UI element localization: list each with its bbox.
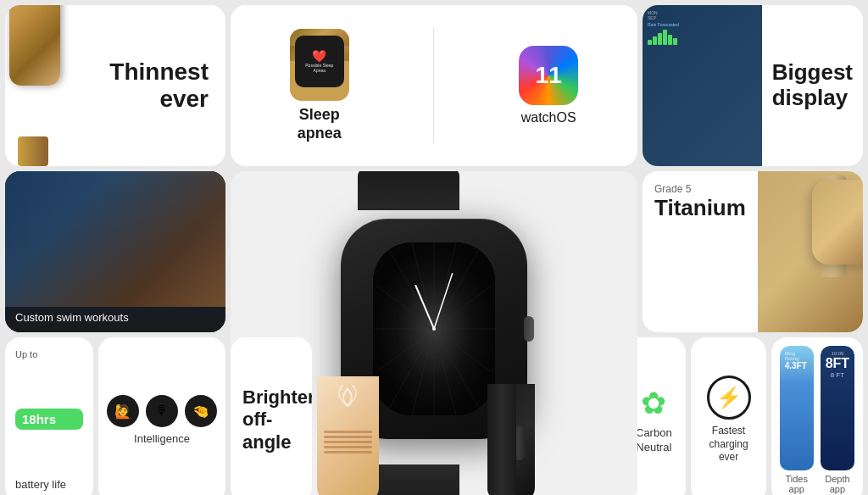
hand-emoji: 🤏 [192,403,209,420]
tides-content: Ring Riding 4.3FT [780,346,814,375]
depth-app-screen: 10:09 8FT 8 FT [821,346,854,470]
sleep-apnea-label: Sleep apnea [298,106,342,142]
swim-background: Custom swim workouts [5,171,225,332]
card-biggest: MONSEP Rain Forecasted Biggest display [643,5,863,166]
tides-app-preview: Ring Riding 4.3FT Tides app [780,346,814,494]
battery-upto-label: Up to [15,349,83,359]
biggest-display-text: Biggest display [762,5,863,166]
brighter-title: Brighter off-angle [242,387,312,453]
card-top-center: ❤️ Possible SleepApnea Sleep apnea 11 wa… [231,5,637,166]
card-titanium: Grade 5 Titanium [643,171,863,332]
depth-unit: 8 FT [831,371,844,379]
intel-person-icon: 🙋 [107,395,139,427]
tides-value: 4.3FT [785,361,809,370]
watchos-item: 11 watchOS [519,46,578,125]
battery-badge: 18hrs [15,409,83,430]
card-brighter: Brighter off-angle [231,337,312,495]
mic-emoji: 🎙 [155,403,169,419]
bar-5 [668,35,672,45]
rain-label: Rain Forecasted [648,22,757,27]
weather-bars-container [648,30,757,45]
watch-side-view [9,5,60,86]
bar-1 [648,40,652,45]
depth-content: 10:09 8FT 8 FT [821,346,854,384]
day-label: MONSEP [648,10,757,20]
intelligence-label: Intelligence [134,432,190,445]
card-charging: ⚡ Fastest charging ever [691,337,765,495]
bolt-emoji: ⚡ [716,386,742,409]
sleep-apnea-screen-text: Possible SleepApnea [305,63,333,73]
grille-line-1 [324,431,373,433]
card-swim: Custom swim workouts [5,171,225,332]
divider [433,28,434,143]
weather-watch-preview: MONSEP Rain Forecasted [643,5,762,166]
main-watch-screen [373,242,495,415]
titanium-grade: Grade 5 [654,183,746,195]
titanium-title: Titanium [654,195,746,221]
bar-4 [663,30,667,45]
brighter-text-section: Brighter off-angle [231,375,312,465]
heart-icon: ❤️ [312,49,326,63]
grille-line-2 [324,436,373,438]
thinnest-title: Thinnest ever [73,58,209,113]
svg-point-19 [432,327,436,331]
charging-bolt-icon: ⚡ [707,375,751,420]
main-watch-band-top [358,171,459,210]
main-watch-crown [524,316,534,342]
ti-watch-shape [812,180,863,264]
grille-line-4 [324,446,373,448]
grille-line-3 [324,441,373,443]
tides-app-screen: Ring Riding 4.3FT [780,346,814,470]
sleep-watch-screen: ❤️ Possible SleepApnea [295,36,344,87]
speaker-visual [317,376,378,495]
watchos-number: 11 [536,62,562,89]
watch-face-svg [373,242,495,415]
speaker-grille [317,427,378,495]
charging-label: Fastest charging ever [699,425,757,464]
sleep-apnea-watch: ❤️ Possible SleepApnea [290,29,349,101]
card-thinnest: Thinnest ever [5,5,225,166]
titanium-text-section: Grade 5 Titanium [643,171,758,332]
grille-line-5 [324,451,373,453]
biggest-title: Biggest display [772,60,853,111]
watchos-icon: 11 [519,46,578,105]
person-wave-emoji: 🙋 [114,403,131,420]
depth-app-preview: 10:09 8FT 8 FT Depth app [821,346,854,494]
intel-icons-row: 🙋 🎙 🤏 [107,395,217,427]
weather-display: MONSEP Rain Forecasted [643,5,762,50]
card-tides-depth: Ring Riding 4.3FT Tides app 10:09 8FT 8 … [771,337,863,495]
apps-row: Ring Riding 4.3FT Tides app 10:09 8FT 8 … [780,346,854,494]
bar-6 [673,38,677,45]
bar-3 [658,33,662,45]
watch-band-bottom-decoration [18,136,48,166]
carbon-leaf-icon: ✿ [641,386,666,421]
card-battery-intel: Up to 18hrs battery life 🙋 🎙 🤏 Intellige… [5,337,225,495]
card-battery: Up to 18hrs battery life [5,337,93,495]
watch-face-pattern [373,242,495,415]
card-intelligence: 🙋 🎙 🤏 Intelligence [98,337,225,495]
bar-2 [653,36,657,45]
intel-mic-icon: 🎙 [146,395,178,427]
tides-app-label: Tides app [780,474,814,494]
swim-label: Custom swim workouts [15,311,215,324]
battery-life-label: battery life [15,478,83,491]
intel-hand-icon: 🤏 [185,395,217,427]
carbon-label: Carbon Neutral [636,426,672,455]
titanium-watch-visual [758,171,863,332]
tides-subtitle: Ring Riding [785,351,809,361]
watchos-label: watchOS [521,110,576,125]
depth-value: 8FT [826,356,849,371]
sound-waves-svg [317,385,378,427]
jb-case-visual [487,384,516,495]
depth-app-label: Depth app [821,474,854,494]
sleep-apnea-item: ❤️ Possible SleepApnea Sleep apnea [290,29,349,142]
swim-person-visual [5,171,225,307]
jetblack-visual [487,384,535,495]
